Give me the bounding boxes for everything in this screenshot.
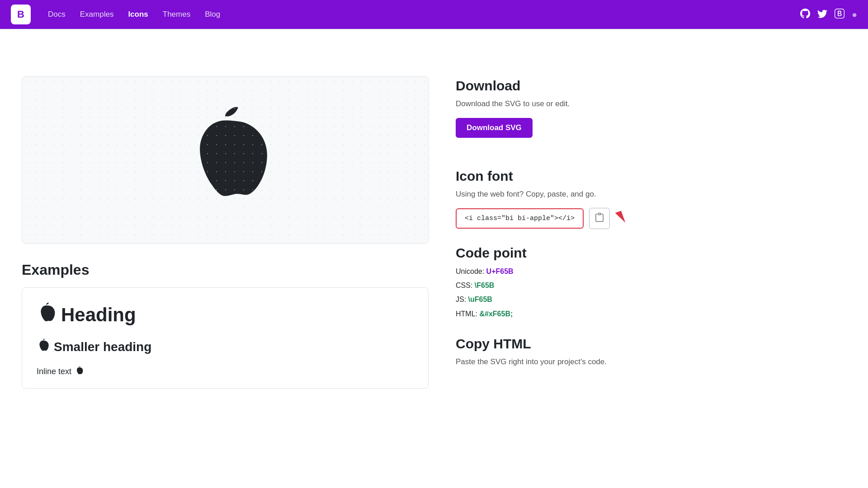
html-row: HTML: &#xF65B; — [456, 308, 846, 320]
nav-links: Docs Examples Icons Themes Blog — [42, 6, 797, 23]
js-label: JS: — [456, 296, 466, 303]
icon-font-section: Icon font Using the web font? Copy, past… — [456, 169, 846, 230]
html-value: &#xF65B; — [479, 310, 513, 318]
nav-docs[interactable]: Docs — [42, 6, 72, 23]
right-panel: Download Download the SVG to use or edit… — [456, 76, 846, 389]
examples-section: Examples Heading Smaller heading — [22, 262, 429, 389]
css-label: CSS: — [456, 282, 472, 289]
html-label: HTML: — [456, 310, 477, 318]
download-title: Download — [456, 78, 846, 94]
apple-inline-icon — [75, 366, 83, 377]
apple-heading-icon — [37, 302, 56, 328]
unicode-value: U+F65B — [486, 267, 514, 275]
nav-separator — [0, 29, 868, 29]
logo[interactable]: B — [11, 5, 31, 24]
icon-font-desc: Using the web font? Copy, paste, and go. — [456, 188, 846, 200]
github-icon[interactable] — [800, 9, 810, 21]
code-point-section: Code point Unicode: U+F65B CSS: \F65B JS… — [456, 245, 846, 320]
code-row: <i class="bi bi-apple"></i> — [456, 208, 846, 229]
example-inline-row: Inline text — [37, 366, 414, 388]
nav-social-icons: ● — [800, 9, 857, 21]
icon-font-title: Icon font — [456, 169, 846, 184]
logo-text: B — [17, 9, 24, 20]
apple-smaller-heading-icon — [37, 338, 49, 355]
main-content: Examples Heading Smaller heading — [0, 58, 868, 407]
download-section: Download Download the SVG to use or edit… — [456, 78, 846, 154]
cursor-arrow — [615, 211, 626, 225]
icon-preview-box — [22, 76, 429, 244]
copy-html-title: Copy HTML — [456, 336, 846, 352]
example-smaller-heading-row: Smaller heading — [37, 338, 414, 355]
circle-icon: ● — [852, 9, 857, 20]
example-smaller-heading-text: Smaller heading — [54, 340, 151, 354]
apple-icon-preview — [180, 105, 270, 215]
download-desc: Download the SVG to use or edit. — [456, 98, 846, 110]
code-point-title: Code point — [456, 245, 846, 261]
js-row: JS: \uF65B — [456, 293, 846, 305]
code-point-rows: Unicode: U+F65B CSS: \F65B JS: \uF65B HT… — [456, 265, 846, 320]
download-svg-button[interactable]: Download SVG — [456, 118, 533, 138]
unicode-label: Unicode: — [456, 267, 484, 275]
bootstrap-icon[interactable] — [835, 9, 844, 21]
examples-title: Examples — [22, 262, 429, 278]
examples-box: Heading Smaller heading Inline text — [22, 287, 429, 389]
example-inline-text: Inline text — [37, 367, 71, 376]
copy-code-button[interactable] — [589, 208, 610, 229]
css-row: CSS: \F65B — [456, 279, 846, 291]
unicode-row: Unicode: U+F65B — [456, 265, 846, 277]
nav-examples[interactable]: Examples — [74, 6, 120, 23]
nav-icons[interactable]: Icons — [122, 6, 154, 23]
nav-blog[interactable]: Blog — [198, 6, 226, 23]
css-value: \F65B — [475, 282, 495, 289]
navbar: B Docs Examples Icons Themes Blog ● — [0, 0, 868, 29]
copy-html-section: Copy HTML Paste the SVG right into your … — [456, 336, 846, 368]
example-heading-text: Heading — [61, 304, 136, 326]
code-snippet-text: <i class="bi bi-apple"></i> — [465, 215, 575, 222]
left-panel: Examples Heading Smaller heading — [22, 76, 429, 389]
twitter-icon[interactable] — [817, 9, 827, 21]
copy-html-desc: Paste the SVG right into your project's … — [456, 356, 846, 368]
example-heading-row: Heading — [37, 302, 414, 328]
js-value: \uF65B — [468, 296, 492, 303]
code-snippet-box[interactable]: <i class="bi bi-apple"></i> — [456, 208, 584, 229]
nav-themes[interactable]: Themes — [156, 6, 197, 23]
